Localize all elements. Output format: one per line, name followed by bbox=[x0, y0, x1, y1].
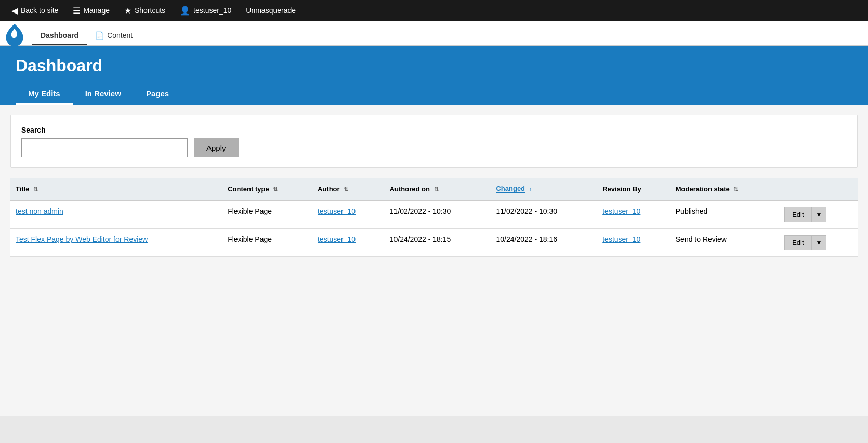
content-tab-label: Content bbox=[107, 31, 133, 40]
search-label: Search bbox=[21, 126, 847, 134]
admin-toolbar: ◀ Back to site ☰ Manage ★ Shortcuts 👤 te… bbox=[0, 0, 868, 21]
col-changed[interactable]: Changed ↑ bbox=[491, 178, 597, 200]
secondary-nav-tabs: Dashboard 📄 Content bbox=[32, 21, 141, 45]
username-label: testuser_10 bbox=[193, 6, 231, 15]
title-link-1[interactable]: Test Flex Page by Web Editor for Review bbox=[16, 235, 148, 243]
edit-button-1[interactable]: Edit bbox=[784, 235, 811, 250]
col-content-type[interactable]: Content type ⇅ bbox=[222, 178, 312, 200]
table-row: test non admin Flexible Page testuser_10… bbox=[10, 200, 858, 229]
tab-in-review[interactable]: In Review bbox=[73, 84, 134, 105]
author-link-0[interactable]: testuser_10 bbox=[318, 207, 356, 215]
author-sort-icon: ⇅ bbox=[344, 186, 348, 192]
edit-dropdown-button-0[interactable]: ▼ bbox=[812, 207, 827, 222]
cell-title-0: test non admin bbox=[10, 200, 222, 229]
shortcuts-button[interactable]: ★ Shortcuts bbox=[118, 0, 172, 21]
shortcuts-label: Shortcuts bbox=[135, 6, 165, 15]
back-to-site-label: Back to site bbox=[21, 6, 58, 15]
unmasquerade-label: Unmasquerade bbox=[246, 6, 296, 15]
table-row: Test Flex Page by Web Editor for Review … bbox=[10, 229, 858, 257]
content-table: Title ⇅ Content type ⇅ Author ⇅ Authored… bbox=[10, 178, 858, 257]
edit-btn-group-1: Edit ▼ bbox=[784, 235, 852, 250]
drupal-logo[interactable] bbox=[5, 24, 24, 43]
tab-my-edits[interactable]: My Edits bbox=[16, 84, 73, 105]
cell-content-type-0: Flexible Page bbox=[222, 200, 312, 229]
tab-pages[interactable]: Pages bbox=[134, 84, 181, 105]
unmasquerade-button[interactable]: Unmasquerade bbox=[240, 0, 302, 21]
title-link-0[interactable]: test non admin bbox=[16, 207, 63, 215]
col-operations bbox=[779, 178, 858, 200]
edit-button-0[interactable]: Edit bbox=[784, 207, 811, 222]
dashboard-title: Dashboard bbox=[16, 56, 852, 75]
cell-revision-by-1: testuser_10 bbox=[597, 229, 670, 257]
author-link-1[interactable]: testuser_10 bbox=[318, 235, 356, 243]
authored-on-sort-icon: ⇅ bbox=[434, 186, 439, 192]
search-input[interactable] bbox=[21, 138, 188, 157]
cell-changed-1: 10/24/2022 - 18:16 bbox=[491, 229, 597, 257]
cell-changed-0: 11/02/2022 - 10:30 bbox=[491, 200, 597, 229]
col-revision-by: Revision By bbox=[597, 178, 670, 200]
revision-by-link-1[interactable]: testuser_10 bbox=[602, 235, 640, 243]
col-title[interactable]: Title ⇅ bbox=[10, 178, 222, 200]
main-content: Search Apply Title ⇅ Content type ⇅ Auth… bbox=[0, 105, 868, 416]
hamburger-icon: ☰ bbox=[73, 6, 80, 16]
content-tab-icon: 📄 bbox=[95, 31, 104, 40]
star-icon: ★ bbox=[124, 6, 131, 16]
dashboard-tab-label: Dashboard bbox=[41, 31, 78, 40]
table-header: Title ⇅ Content type ⇅ Author ⇅ Authored… bbox=[10, 178, 858, 200]
cell-title-1: Test Flex Page by Web Editor for Review bbox=[10, 229, 222, 257]
tab-content[interactable]: 📄 Content bbox=[87, 27, 141, 45]
tab-dashboard[interactable]: Dashboard bbox=[32, 27, 87, 45]
search-row: Apply bbox=[21, 138, 847, 157]
cell-authored-on-1: 10/24/2022 - 18:15 bbox=[385, 229, 491, 257]
title-sort-icon: ⇅ bbox=[33, 186, 38, 192]
manage-button[interactable]: ☰ Manage bbox=[67, 0, 116, 21]
cell-operations-0: Edit ▼ bbox=[779, 200, 858, 229]
edit-btn-group-0: Edit ▼ bbox=[784, 207, 852, 222]
back-icon: ◀ bbox=[11, 6, 18, 16]
cell-content-type-1: Flexible Page bbox=[222, 229, 312, 257]
back-to-site-button[interactable]: ◀ Back to site bbox=[5, 0, 64, 21]
cell-moderation-state-1: Send to Review bbox=[670, 229, 779, 257]
dashboard-tabs: My Edits In Review Pages bbox=[16, 84, 852, 105]
cell-author-0: testuser_10 bbox=[312, 200, 385, 229]
cell-authored-on-0: 11/02/2022 - 10:30 bbox=[385, 200, 491, 229]
content-type-sort-icon: ⇅ bbox=[273, 186, 278, 192]
table-body: test non admin Flexible Page testuser_10… bbox=[10, 200, 858, 257]
manage-label: Manage bbox=[83, 6, 110, 15]
col-authored-on[interactable]: Authored on ⇅ bbox=[385, 178, 491, 200]
search-box: Search Apply bbox=[10, 115, 858, 168]
dashboard-header: Dashboard My Edits In Review Pages bbox=[0, 46, 868, 105]
cell-operations-1: Edit ▼ bbox=[779, 229, 858, 257]
col-moderation-state[interactable]: Moderation state ⇅ bbox=[670, 178, 779, 200]
cell-revision-by-0: testuser_10 bbox=[597, 200, 670, 229]
user-button[interactable]: 👤 testuser_10 bbox=[174, 0, 238, 21]
revision-by-link-0[interactable]: testuser_10 bbox=[602, 207, 640, 215]
apply-button[interactable]: Apply bbox=[194, 138, 239, 157]
edit-dropdown-button-1[interactable]: ▼ bbox=[812, 235, 827, 250]
cell-author-1: testuser_10 bbox=[312, 229, 385, 257]
changed-sort-icon: ↑ bbox=[529, 186, 532, 192]
user-icon: 👤 bbox=[180, 6, 190, 16]
secondary-nav: Dashboard 📄 Content bbox=[0, 21, 868, 46]
cell-moderation-state-0: Published bbox=[670, 200, 779, 229]
moderation-sort-icon: ⇅ bbox=[733, 186, 738, 192]
col-author[interactable]: Author ⇅ bbox=[312, 178, 385, 200]
